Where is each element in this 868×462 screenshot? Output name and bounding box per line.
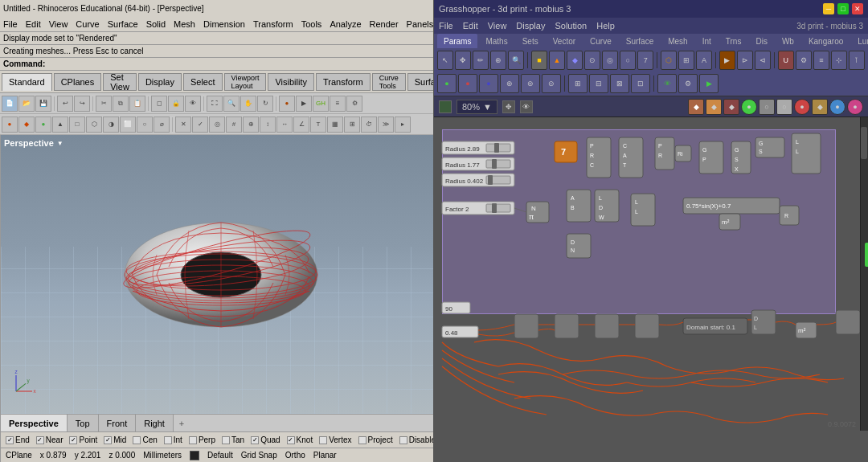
osnap-point[interactable]: Point	[69, 435, 97, 444]
tool-pt4[interactable]: ▲	[52, 117, 68, 133]
tool-redo[interactable]: ↪	[74, 96, 90, 112]
tool-new[interactable]: 📄	[2, 96, 18, 112]
gh-menu-view[interactable]: View	[488, 21, 507, 31]
gh-tool-prim1[interactable]: ⬡	[661, 51, 677, 70]
tool-save[interactable]: 💾	[35, 96, 51, 112]
gh-tool-pointer[interactable]: ↖	[437, 51, 453, 70]
tab-setview[interactable]: Set View	[103, 73, 137, 91]
viewport-tab-front[interactable]: Front	[99, 415, 137, 431]
gh-right-btn5[interactable]: ○	[759, 99, 775, 115]
gh-nav-button[interactable]: ✥	[502, 100, 515, 113]
gh-right-btn1[interactable]: ◆	[688, 99, 704, 115]
gh-tool-zoom[interactable]: 🔍	[508, 51, 524, 70]
menu-tools[interactable]: Tools	[301, 19, 322, 29]
gh-tab-trns[interactable]: Trns	[719, 34, 748, 48]
osnap-end[interactable]: End	[6, 435, 30, 444]
menu-solid[interactable]: Solid	[146, 19, 166, 29]
tool-cmd[interactable]: ▸	[395, 117, 411, 133]
viewport-tab-perspective[interactable]: Perspective	[1, 415, 68, 431]
gh-tab-wb[interactable]: Wb	[776, 34, 800, 48]
gh-zoom-control[interactable]: 80% ▼	[457, 100, 497, 114]
tool-pt5[interactable]: □	[69, 117, 85, 133]
tool-render2[interactable]: ▶	[296, 96, 312, 112]
gh-tool-move[interactable]: ✥	[455, 51, 471, 70]
tool-properties[interactable]: ⚙	[346, 96, 362, 112]
tool-text[interactable]: T	[310, 117, 326, 133]
gh-tool2-4[interactable]: ⊛	[500, 74, 519, 93]
osnap-project-checkbox[interactable]	[358, 436, 366, 444]
gh-tool2-settings[interactable]: ⚙	[678, 74, 698, 93]
tool-pt[interactable]: ●	[2, 117, 18, 133]
osnap-int[interactable]: Int	[164, 435, 182, 444]
tool-snap[interactable]: ◎	[209, 117, 225, 133]
tab-select[interactable]: Select	[183, 73, 223, 91]
osnap-mid[interactable]: Mid	[104, 435, 126, 444]
viewport-tab-right[interactable]: Right	[136, 415, 174, 431]
tool-check[interactable]: ✓	[192, 117, 208, 133]
gh-tool2-10[interactable]: ⊡	[631, 74, 650, 93]
tool-cut[interactable]: ✂	[96, 96, 112, 112]
gh-tool2-2[interactable]: ●	[458, 74, 477, 93]
tool-open[interactable]: 📂	[18, 96, 35, 112]
gh-tool2-3[interactable]: ●	[479, 74, 498, 93]
tab-transform[interactable]: Transform	[316, 73, 371, 91]
tool-axis[interactable]: ↕	[260, 117, 276, 133]
gh-canvas[interactable]: Radius 2.89 Radius 1.77 Radius 0.402	[434, 117, 868, 462]
tool-render[interactable]: ●	[279, 96, 295, 112]
osnap-cen[interactable]: Cen	[133, 435, 157, 444]
osnap-tan[interactable]: Tan	[222, 435, 244, 444]
gh-tab-params[interactable]: Params	[437, 34, 477, 48]
tool-zoom-in[interactable]: 🔍	[223, 96, 240, 112]
tool-grid[interactable]: #	[226, 117, 242, 133]
osnap-end-checkbox[interactable]	[6, 436, 14, 444]
osnap-near-checkbox[interactable]	[36, 436, 44, 444]
gh-tool2-run[interactable]: ▶	[699, 74, 719, 93]
footer-ortho[interactable]: Ortho	[285, 451, 305, 460]
gh-tool-input1[interactable]: ▶	[719, 51, 735, 70]
gh-tool-geo7[interactable]: 7	[637, 51, 653, 70]
tool-block[interactable]: ⊞	[344, 117, 360, 133]
gh-tool-prim2[interactable]: ⊞	[678, 51, 694, 70]
osnap-near[interactable]: Near	[36, 435, 63, 444]
gh-right-btn2[interactable]: ◆	[706, 99, 722, 115]
tool-angle[interactable]: ∠	[293, 117, 309, 133]
tool-box[interactable]: ⬜	[120, 117, 136, 133]
gh-tool-geo6[interactable]: ○	[620, 51, 636, 70]
osnap-vertex-checkbox[interactable]	[319, 436, 327, 444]
tool-rotate[interactable]: ↻	[257, 96, 273, 112]
tool-history[interactable]: ⏱	[361, 117, 377, 133]
gh-right-btn7[interactable]: ●	[794, 99, 810, 115]
osnap-perp-checkbox[interactable]	[189, 436, 197, 444]
tab-surface[interactable]: Surface	[407, 73, 433, 91]
osnap-disable[interactable]: Disable	[399, 435, 433, 444]
menu-render[interactable]: Render	[370, 19, 399, 29]
gh-tool-geo2[interactable]: ▲	[549, 51, 565, 70]
gh-tab-sets[interactable]: Sets	[516, 34, 545, 48]
viewport-tab-top[interactable]: Top	[68, 415, 99, 431]
gh-menu-edit[interactable]: Edit	[463, 21, 478, 31]
gh-tab-maths[interactable]: Maths	[479, 34, 514, 48]
tool-select-all[interactable]: ◻	[151, 96, 167, 112]
tool-undo[interactable]: ↩	[57, 96, 73, 112]
gh-right-btn10[interactable]: ●	[847, 99, 863, 115]
osnap-tan-checkbox[interactable]	[222, 436, 230, 444]
viewport-tab-add[interactable]: +	[174, 415, 190, 431]
osnap-mid-checkbox[interactable]	[104, 436, 112, 444]
gh-menu-file[interactable]: File	[439, 21, 453, 31]
gh-right-btn3[interactable]: ◆	[723, 99, 739, 115]
gh-tool-input3[interactable]: ⊲	[755, 51, 771, 70]
gh-tool2-8[interactable]: ⊟	[589, 74, 608, 93]
tool-x[interactable]: ✕	[175, 117, 191, 133]
gh-right-btn9[interactable]: ●	[829, 99, 845, 115]
menu-analyze[interactable]: Analyze	[330, 19, 361, 29]
gh-tab-dis[interactable]: Dis	[749, 34, 773, 48]
tool-pt3[interactable]: ●	[35, 117, 51, 133]
tool-lock[interactable]: 🔒	[168, 96, 184, 112]
gh-menu-solution[interactable]: Solution	[555, 21, 587, 31]
gh-close-button[interactable]: ✕	[852, 3, 863, 14]
osnap-knot[interactable]: Knot	[287, 435, 313, 444]
menu-file[interactable]: File	[3, 19, 18, 29]
menu-view[interactable]: View	[49, 19, 68, 29]
tool-sph[interactable]: ○	[137, 117, 153, 133]
tool-dims[interactable]: ↔	[276, 117, 293, 133]
